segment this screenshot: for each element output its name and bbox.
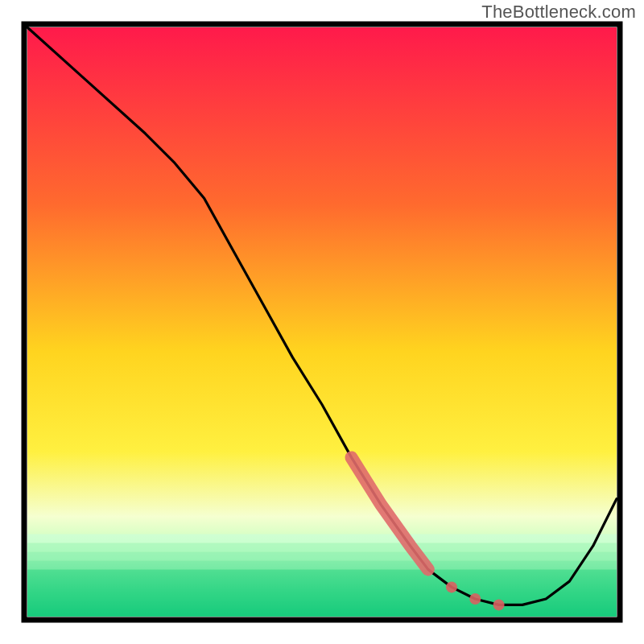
highlight-dot-1: [469, 593, 481, 605]
svg-rect-0: [27, 27, 617, 617]
bottleneck-chart: [0, 0, 644, 644]
highlight-dot-0: [446, 581, 457, 592]
svg-rect-3: [27, 551, 617, 560]
watermark-text: TheBottleneck.com: [481, 2, 636, 23]
svg-rect-5: [27, 569, 617, 617]
svg-rect-2: [27, 543, 617, 552]
chart-container: TheBottleneck.com: [0, 0, 644, 644]
highlight-dot-2: [493, 599, 505, 610]
svg-rect-1: [27, 535, 617, 543]
svg-rect-4: [27, 560, 617, 569]
